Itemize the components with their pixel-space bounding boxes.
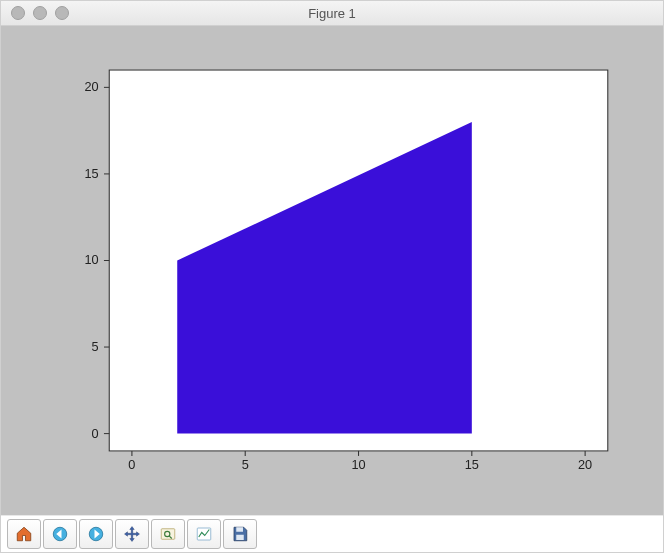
home-button[interactable] [7,519,41,549]
zoom-rect-icon [159,525,177,543]
x-tick-label: 10 [351,458,365,472]
configure-subplots-button[interactable] [187,519,221,549]
x-tick-label: 20 [578,458,592,472]
pan-button[interactable] [115,519,149,549]
y-tick-label: 5 [92,340,99,354]
svg-rect-17 [236,535,244,540]
y-tick-label: 15 [84,167,98,181]
figure-window: Figure 1 0 5 10 15 20 0 [0,0,664,553]
window-title: Figure 1 [1,6,663,21]
y-ticks [104,87,109,433]
plot-frame: 0 5 10 15 20 0 5 10 15 20 [35,50,629,491]
back-button[interactable] [43,519,77,549]
traffic-lights [11,6,69,20]
minimize-icon[interactable] [33,6,47,20]
move-icon [123,525,141,543]
x-ticks [132,451,585,456]
toolbar [1,515,663,552]
subplots-icon [195,525,213,543]
y-tick-label: 0 [92,427,99,441]
titlebar: Figure 1 [1,1,663,26]
y-tick-label: 20 [84,81,98,95]
x-tick-label: 0 [128,458,135,472]
zoom-button[interactable] [151,519,185,549]
x-tick-label: 15 [465,458,479,472]
y-tick-label: 10 [84,254,98,268]
plot-svg: 0 5 10 15 20 0 5 10 15 20 [35,50,629,491]
close-icon[interactable] [11,6,25,20]
save-button[interactable] [223,519,257,549]
figure-canvas: 0 5 10 15 20 0 5 10 15 20 [1,26,663,515]
x-tick-labels: 0 5 10 15 20 [128,458,592,472]
x-tick-label: 5 [242,458,249,472]
forward-button[interactable] [79,519,113,549]
svg-rect-12 [161,529,175,540]
arrow-right-icon [87,525,105,543]
y-tick-labels: 0 5 10 15 20 [84,81,98,441]
svg-rect-16 [236,527,243,532]
arrow-left-icon [51,525,69,543]
home-icon [15,525,33,543]
zoom-window-icon[interactable] [55,6,69,20]
save-icon [231,525,249,543]
